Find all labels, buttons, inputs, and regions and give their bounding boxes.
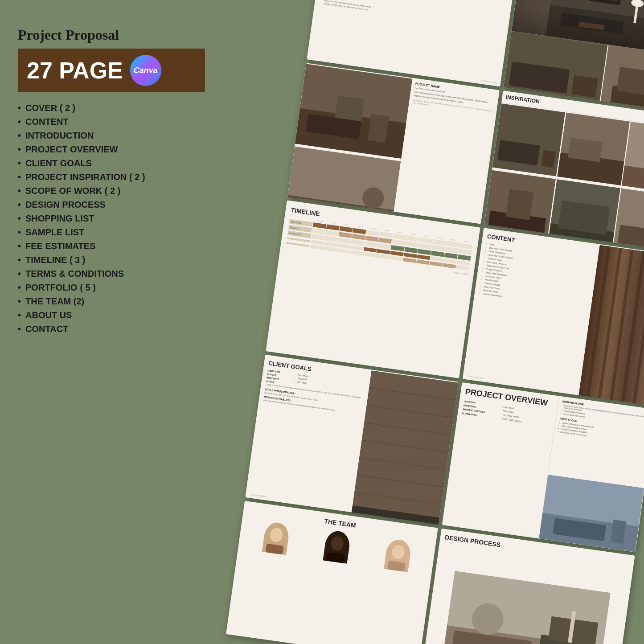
list-item-sample: SAMPLE LIST [18,227,205,238]
team-avatar-1 [262,521,290,555]
cell [364,247,377,252]
team-member-1 [262,521,290,555]
project-name-card: PROJECT NAME Aesthetic / Minimalist / Na… [287,63,500,224]
cell [443,258,457,263]
cell [338,238,351,244]
svg-rect-43 [506,189,534,220]
cell [351,239,365,246]
canva-badge: Canva [130,55,161,86]
project-img-top [295,63,412,160]
cell [324,236,338,242]
cell [310,244,323,250]
cell [325,230,339,236]
cell [376,254,390,259]
cell [350,245,364,250]
cell [456,265,469,271]
cell [417,254,430,260]
list-item-content: CONTENT [18,117,205,127]
svg-rect-4 [579,22,604,30]
list-item-inspiration: PROJECT INSPIRATION ( 2 ) [18,172,205,182]
cell [337,243,351,249]
svg-rect-16 [617,67,644,95]
cell [326,224,340,230]
timeline-card: TIMELINE Week 1 Week 2 Week 3 Week 4 Wee… [266,200,480,378]
cell [393,234,406,240]
content-text-area: CONTENT • Intro • Overview of the Projec… [463,228,600,401]
content-card: CONTENT • Intro • Overview of the Projec… [463,228,644,406]
cg-residents-val: : [295,380,295,383]
cg-objective-val: : [295,373,296,376]
cell [391,245,404,251]
cell [458,249,472,255]
cell [365,241,378,247]
cell [419,237,432,243]
page-count: 27 PAGE [27,57,123,84]
cell [377,249,390,254]
svg-rect-34 [541,150,556,168]
cell [406,235,419,242]
cell [432,239,446,246]
po-room-image [539,474,644,552]
list-item-shopping: SHOPPING LIST [18,213,205,224]
preview-grid: TEMS & C COM We will keep the client inf… [222,0,644,644]
project-proposal-title: Project Proposal [18,27,205,43]
cell [418,243,432,249]
cell [431,245,445,251]
team-member-3 [383,538,412,572]
cell [377,243,391,250]
cell [392,239,405,246]
cell [350,250,363,255]
po-loc-val: Las Vegas [503,405,514,409]
left-panel: Project Proposal 27 PAGE Canva COVER ( 2… [18,27,205,338]
team-avatar-3 [383,538,412,572]
content-company: Company NAME [468,375,484,380]
list-item-team: THE TEAM (2) [18,296,205,307]
list-item-contact: CONTACT [18,324,205,334]
cell [366,230,379,236]
project-overview-card: PROJECT OVERVIEW LOCATION : Las Vegas OB… [442,382,644,552]
timeline-row-label-extra2 [286,242,309,247]
cell [430,256,443,262]
cell [404,247,418,253]
po-obj-val: Renovation [503,409,514,413]
project-images [287,63,413,224]
cg-company: Company NAME [250,493,267,498]
svg-rect-27 [335,96,365,122]
team-avatar-2 [323,529,351,564]
cell [405,241,418,247]
cell [379,232,393,238]
list-item-cover: COVER ( 2 ) [18,103,205,113]
cell [445,247,458,253]
list-item-overview: PROJECT OVERVIEW [18,144,205,155]
svg-rect-13 [571,75,598,98]
list-item-goals: CLIENT GOALS [18,158,205,168]
cell [403,258,416,263]
cg-goals-val: : [294,384,295,386]
team-member-2 [323,529,351,564]
cell [313,222,326,229]
cell [431,250,444,257]
cell [324,242,337,247]
team-card: THE TEAM [226,500,438,644]
cell [430,261,443,267]
cell [311,240,324,245]
inspiration-card: INSPIRATION [484,91,644,251]
cell [390,256,403,261]
list-item-intro: INTRODUCTION [18,131,205,141]
list-item-terms: TERMS & CONDITIONS [18,269,205,279]
cell [418,249,431,255]
cell [365,236,379,242]
insp-img-2 [557,112,630,186]
cell [323,246,336,252]
content-items-list: • Intro • Overview of the Project • Clie… [479,242,594,309]
cell [459,243,472,249]
cell [446,241,459,247]
list-item-about: ABOUT US [18,310,205,320]
feature-list: COVER ( 2 ) CONTENT INTRODUCTION PROJECT… [18,103,205,334]
cg-budget-val: : [295,377,296,379]
page-count-box: 27 PAGE Canva [18,49,205,92]
cell [378,238,392,244]
list-item-fee: FEE ESTIMATES [18,241,205,251]
project-overview-left: PROJECT OVERVIEW LOCATION : Las Vegas OB… [442,382,559,538]
cell [336,248,350,254]
